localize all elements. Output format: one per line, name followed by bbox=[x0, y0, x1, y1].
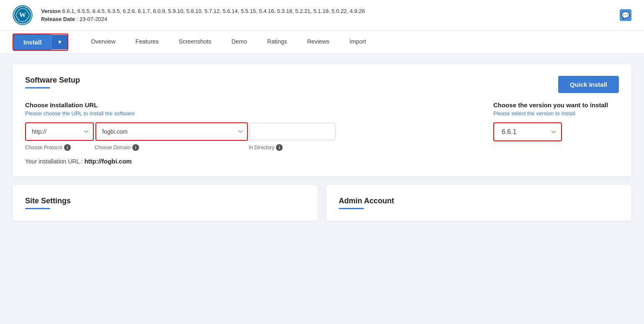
directory-field-label: In Directory i bbox=[249, 144, 324, 151]
directory-info-icon[interactable]: i bbox=[276, 144, 283, 151]
svg-text:W: W bbox=[19, 11, 26, 19]
wp-logo: W bbox=[13, 5, 33, 25]
protocol-field-label: Choose Protocol i bbox=[25, 144, 93, 151]
software-setup-header: Software Setup Quick Install bbox=[25, 76, 619, 93]
release-date: Release Date : 23-07-2024 bbox=[41, 16, 365, 22]
software-setup-card: Software Setup Quick Install Choose Inst… bbox=[13, 64, 631, 176]
tab-overview[interactable]: Overview bbox=[81, 31, 125, 54]
quick-install-button[interactable]: Quick Install bbox=[558, 76, 619, 93]
release-date-value: 23-07-2024 bbox=[80, 16, 108, 22]
field-labels-row: Choose Protocol i Choose Domain i In Dir… bbox=[25, 144, 468, 151]
nav-tabs: Overview Features Screenshots Demo Ratin… bbox=[81, 31, 376, 54]
site-settings-underline bbox=[25, 208, 50, 209]
admin-account-underline bbox=[339, 208, 364, 209]
protocol-select-wrapper: http:// https:// bbox=[25, 122, 94, 141]
directory-input[interactable] bbox=[250, 123, 335, 140]
version-text: Version 6.6.1, 6.5.5, 6.4.5, 6.3.5, 6.2.… bbox=[41, 8, 365, 14]
install-button-main[interactable]: Install bbox=[13, 34, 52, 50]
main-content: Software Setup Quick Install Choose Inst… bbox=[0, 54, 644, 231]
install-button-dropdown-arrow[interactable]: ▼ bbox=[52, 35, 67, 49]
installation-url-value: http://fogbi.com bbox=[84, 158, 131, 165]
software-setup-title: Software Setup bbox=[25, 76, 80, 85]
version-select[interactable]: 6.6.1 6.5.5 6.4.5 6.3.5 6.2.6 6.1.7 6.0.… bbox=[494, 123, 561, 140]
domain-select-wrapper: fogbi.com bbox=[95, 122, 248, 141]
version-select-wrapper: 6.6.1 6.5.5 6.4.5 6.3.5 6.2.6 6.1.7 6.0.… bbox=[493, 122, 562, 141]
protocol-select[interactable]: http:// https:// bbox=[26, 123, 93, 140]
tab-features[interactable]: Features bbox=[126, 31, 169, 54]
url-version-row: Choose Installation URL Please choose th… bbox=[25, 101, 619, 165]
versions-list: 6.6.1, 6.5.5, 6.4.5, 6.3.5, 6.2.6, 6.1.7… bbox=[62, 8, 365, 14]
protocol-info-icon[interactable]: i bbox=[64, 144, 71, 151]
release-date-label: Release Date bbox=[41, 16, 75, 22]
install-button-group[interactable]: Install ▼ bbox=[13, 34, 68, 51]
version-section: Choose the version you want to install P… bbox=[493, 101, 619, 143]
domain-info-icon[interactable]: i bbox=[132, 144, 139, 151]
domain-select[interactable]: fogbi.com bbox=[96, 123, 247, 140]
installation-url-display: Your installation URL : http://fogbi.com bbox=[25, 158, 468, 165]
software-setup-underline bbox=[25, 87, 50, 88]
version-section-subtitle: Please select the version to install. bbox=[493, 110, 619, 117]
admin-account-title: Admin Account bbox=[339, 197, 619, 205]
tab-reviews[interactable]: Reviews bbox=[297, 31, 340, 54]
admin-account-card: Admin Account bbox=[326, 185, 631, 221]
url-section-title: Choose Installation URL bbox=[25, 101, 468, 109]
chat-icon[interactable]: 💬 bbox=[620, 9, 631, 21]
nav-bar: Install ▼ Overview Features Screenshots … bbox=[0, 31, 644, 54]
domain-field-label: Choose Domain i bbox=[95, 144, 247, 151]
tab-screenshots[interactable]: Screenshots bbox=[169, 31, 222, 54]
url-section-subtitle: Please choose the URL to install the sof… bbox=[25, 110, 468, 117]
bottom-cols: Site Settings Admin Account bbox=[13, 185, 631, 221]
site-settings-title: Site Settings bbox=[25, 197, 305, 205]
version-section-title: Choose the version you want to install bbox=[493, 101, 619, 109]
installation-url-prefix: Your installation URL : bbox=[25, 158, 82, 165]
version-label: Version bbox=[41, 8, 61, 14]
tab-import[interactable]: Import bbox=[339, 31, 376, 54]
tab-demo[interactable]: Demo bbox=[222, 31, 257, 54]
tab-ratings[interactable]: Ratings bbox=[257, 31, 297, 54]
url-row: http:// https:// fogbi.com bbox=[25, 122, 468, 141]
site-settings-card: Site Settings bbox=[13, 185, 318, 221]
version-info: Version 6.6.1, 6.5.5, 6.4.5, 6.3.5, 6.2.… bbox=[41, 8, 365, 22]
top-bar: W Version 6.6.1, 6.5.5, 6.4.5, 6.3.5, 6.… bbox=[0, 0, 644, 31]
software-setup-title-section: Software Setup bbox=[25, 76, 80, 88]
url-section: Choose Installation URL Please choose th… bbox=[25, 101, 468, 165]
